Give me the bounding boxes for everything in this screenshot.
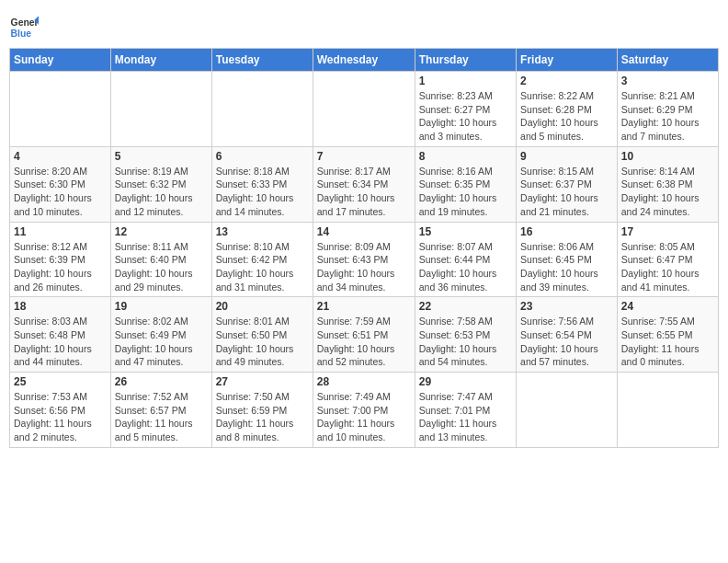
day-number: 21 [317,300,411,313]
day-info: Sunrise: 8:17 AMSunset: 6:34 PMDaylight:… [317,165,411,219]
day-number: 22 [419,300,512,313]
calendar-cell: 21Sunrise: 7:59 AMSunset: 6:51 PMDayligh… [313,297,415,373]
day-number: 19 [115,300,208,313]
day-info: Sunrise: 8:21 AMSunset: 6:29 PMDaylight:… [621,89,714,144]
day-info: Sunrise: 8:03 AMSunset: 6:48 PMDaylight:… [14,315,107,369]
day-number: 14 [317,225,411,238]
calendar-cell: 18Sunrise: 8:03 AMSunset: 6:48 PMDayligh… [10,297,111,373]
calendar-cell [10,72,111,147]
day-info: Sunrise: 8:19 AMSunset: 6:32 PMDaylight:… [115,165,208,219]
logo: General Blue [9,13,42,42]
calendar-header-row: SundayMondayTuesdayWednesdayThursdayFrid… [10,49,719,72]
calendar-cell: 11Sunrise: 8:12 AMSunset: 6:39 PMDayligh… [10,222,111,297]
calendar-cell: 1Sunrise: 8:23 AMSunset: 6:27 PMDaylight… [415,72,516,147]
day-info: Sunrise: 8:22 AMSunset: 6:28 PMDaylight:… [520,89,613,144]
day-number: 28 [317,375,411,388]
day-info: Sunrise: 8:12 AMSunset: 6:39 PMDaylight:… [14,240,107,294]
day-number: 4 [14,150,107,163]
calendar-cell: 25Sunrise: 7:53 AMSunset: 6:56 PMDayligh… [10,373,111,448]
day-number: 27 [216,375,309,388]
day-number: 20 [216,300,309,313]
calendar-cell: 8Sunrise: 8:16 AMSunset: 6:35 PMDaylight… [415,146,516,222]
calendar-table: SundayMondayTuesdayWednesdayThursdayFrid… [9,48,719,448]
calendar-week-row: 18Sunrise: 8:03 AMSunset: 6:48 PMDayligh… [10,297,719,373]
day-info: Sunrise: 8:05 AMSunset: 6:47 PMDaylight:… [621,240,714,294]
column-header-monday: Monday [110,49,211,72]
calendar-cell [517,373,618,448]
day-info: Sunrise: 8:07 AMSunset: 6:44 PMDaylight:… [419,240,512,294]
calendar-cell: 4Sunrise: 8:20 AMSunset: 6:30 PMDaylight… [10,146,111,222]
calendar-cell: 22Sunrise: 7:58 AMSunset: 6:53 PMDayligh… [415,297,516,373]
day-number: 12 [115,225,208,238]
day-number: 29 [419,375,512,388]
day-number: 1 [419,75,512,87]
day-number: 24 [621,300,714,313]
calendar-week-row: 11Sunrise: 8:12 AMSunset: 6:39 PMDayligh… [10,222,719,297]
day-number: 16 [520,225,613,238]
calendar-cell: 7Sunrise: 8:17 AMSunset: 6:34 PMDaylight… [313,146,415,222]
logo-icon: General Blue [9,13,39,42]
calendar-cell [617,373,718,448]
calendar-cell [313,72,415,147]
calendar-cell: 16Sunrise: 8:06 AMSunset: 6:45 PMDayligh… [517,222,618,297]
calendar-cell: 26Sunrise: 7:52 AMSunset: 6:57 PMDayligh… [110,373,211,448]
calendar-cell [110,72,211,147]
column-header-saturday: Saturday [617,49,718,72]
day-info: Sunrise: 8:11 AMSunset: 6:40 PMDaylight:… [115,240,208,294]
day-info: Sunrise: 8:20 AMSunset: 6:30 PMDaylight:… [14,165,107,219]
calendar-cell: 23Sunrise: 7:56 AMSunset: 6:54 PMDayligh… [517,297,618,373]
day-number: 25 [14,375,107,388]
day-info: Sunrise: 8:16 AMSunset: 6:35 PMDaylight:… [419,165,512,219]
day-info: Sunrise: 7:52 AMSunset: 6:57 PMDaylight:… [115,390,208,444]
day-info: Sunrise: 8:01 AMSunset: 6:50 PMDaylight:… [216,315,309,369]
day-info: Sunrise: 8:23 AMSunset: 6:27 PMDaylight:… [419,89,512,144]
day-number: 18 [14,300,107,313]
calendar-cell: 24Sunrise: 7:55 AMSunset: 6:55 PMDayligh… [617,297,718,373]
day-info: Sunrise: 7:49 AMSunset: 7:00 PMDaylight:… [317,390,411,444]
day-number: 11 [14,225,107,238]
column-header-friday: Friday [517,49,618,72]
day-info: Sunrise: 7:55 AMSunset: 6:55 PMDaylight:… [621,315,714,369]
calendar-cell: 13Sunrise: 8:10 AMSunset: 6:42 PMDayligh… [211,222,313,297]
svg-text:General: General [11,17,39,28]
page-header: General Blue [9,9,719,42]
calendar-cell: 9Sunrise: 8:15 AMSunset: 6:37 PMDaylight… [517,146,618,222]
day-info: Sunrise: 8:02 AMSunset: 6:49 PMDaylight:… [115,315,208,369]
calendar-cell: 6Sunrise: 8:18 AMSunset: 6:33 PMDaylight… [211,146,313,222]
day-number: 9 [520,150,613,163]
day-info: Sunrise: 7:47 AMSunset: 7:01 PMDaylight:… [419,390,512,444]
day-info: Sunrise: 8:09 AMSunset: 6:43 PMDaylight:… [317,240,411,294]
day-info: Sunrise: 7:59 AMSunset: 6:51 PMDaylight:… [317,315,411,369]
calendar-cell: 29Sunrise: 7:47 AMSunset: 7:01 PMDayligh… [415,373,516,448]
calendar-week-row: 1Sunrise: 8:23 AMSunset: 6:27 PMDaylight… [10,72,719,147]
day-number: 26 [115,375,208,388]
column-header-thursday: Thursday [415,49,516,72]
day-number: 15 [419,225,512,238]
calendar-cell: 14Sunrise: 8:09 AMSunset: 6:43 PMDayligh… [313,222,415,297]
calendar-cell: 28Sunrise: 7:49 AMSunset: 7:00 PMDayligh… [313,373,415,448]
calendar-cell: 19Sunrise: 8:02 AMSunset: 6:49 PMDayligh… [110,297,211,373]
column-header-wednesday: Wednesday [313,49,415,72]
svg-text:Blue: Blue [11,29,32,39]
day-number: 7 [317,150,411,163]
day-number: 8 [419,150,512,163]
day-number: 13 [216,225,309,238]
day-info: Sunrise: 7:58 AMSunset: 6:53 PMDaylight:… [419,315,512,369]
day-info: Sunrise: 8:18 AMSunset: 6:33 PMDaylight:… [216,165,309,219]
calendar-cell [211,72,313,147]
calendar-cell: 17Sunrise: 8:05 AMSunset: 6:47 PMDayligh… [617,222,718,297]
day-info: Sunrise: 7:50 AMSunset: 6:59 PMDaylight:… [216,390,309,444]
day-info: Sunrise: 8:14 AMSunset: 6:38 PMDaylight:… [621,165,714,219]
calendar-cell: 10Sunrise: 8:14 AMSunset: 6:38 PMDayligh… [617,146,718,222]
calendar-cell: 20Sunrise: 8:01 AMSunset: 6:50 PMDayligh… [211,297,313,373]
calendar-cell: 15Sunrise: 8:07 AMSunset: 6:44 PMDayligh… [415,222,516,297]
calendar-cell: 12Sunrise: 8:11 AMSunset: 6:40 PMDayligh… [110,222,211,297]
day-info: Sunrise: 8:15 AMSunset: 6:37 PMDaylight:… [520,165,613,219]
day-number: 5 [115,150,208,163]
day-number: 3 [621,75,714,87]
day-number: 2 [520,75,613,87]
calendar-cell: 5Sunrise: 8:19 AMSunset: 6:32 PMDaylight… [110,146,211,222]
calendar-cell: 2Sunrise: 8:22 AMSunset: 6:28 PMDaylight… [517,72,618,147]
day-info: Sunrise: 8:10 AMSunset: 6:42 PMDaylight:… [216,240,309,294]
day-number: 10 [621,150,714,163]
